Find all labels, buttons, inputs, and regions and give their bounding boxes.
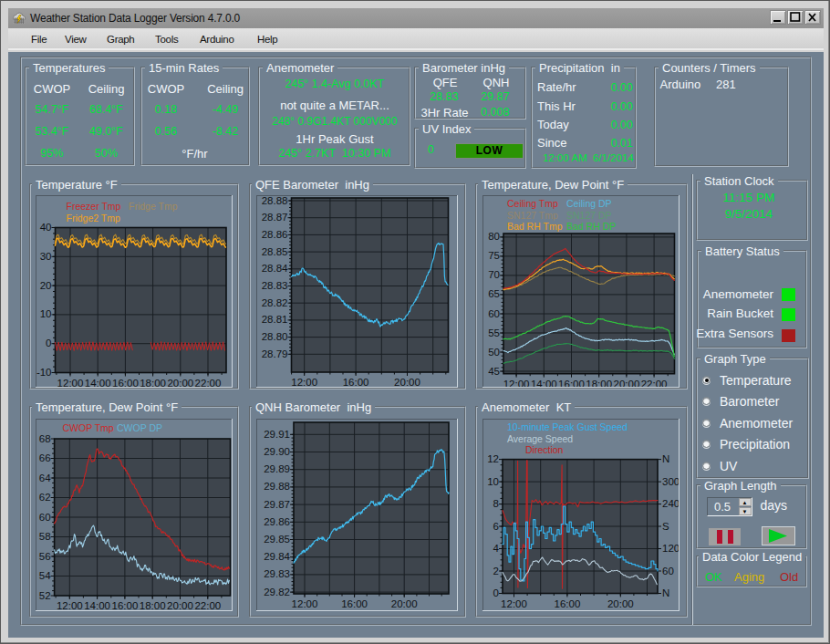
svg-text:45: 45 [488,366,500,377]
svg-text:56: 56 [39,551,51,562]
svg-text:S: S [662,521,669,532]
svg-text:50: 50 [488,347,500,358]
svg-text:12:00: 12:00 [57,600,83,611]
svg-text:20:00: 20:00 [391,598,418,609]
svg-text:18:00: 18:00 [140,378,166,389]
svg-text:28.82: 28.82 [262,297,288,308]
svg-text:Average Speed: Average Speed [507,433,573,444]
svg-text:0: 0 [493,587,499,598]
svg-text:16:00: 16:00 [112,600,139,611]
svg-text:4: 4 [493,543,500,554]
svg-text:16:00: 16:00 [343,377,369,388]
svg-text:22:00: 22:00 [195,378,222,389]
svg-text:29.87: 29.87 [264,499,290,510]
svg-text:300: 300 [662,476,680,487]
svg-text:60: 60 [662,566,674,576]
svg-text:N: N [662,587,669,598]
svg-text:SN127 Tmp: SN127 Tmp [507,210,558,221]
svg-text:14:00: 14:00 [85,378,111,389]
svg-text:60: 60 [488,308,500,319]
svg-text:40: 40 [40,222,52,233]
svg-text:28.84: 28.84 [262,263,288,274]
svg-text:0: 0 [46,338,51,348]
svg-text:10: 10 [487,476,499,487]
svg-text:29.84: 29.84 [264,551,290,562]
svg-text:6: 6 [493,521,499,532]
svg-text:Fridge2 Tmp: Fridge2 Tmp [67,213,120,223]
svg-text:12: 12 [487,453,499,464]
svg-text:240: 240 [662,498,680,509]
svg-text:Ceiling DP: Ceiling DP [566,198,612,209]
svg-text:20:00: 20:00 [394,377,420,388]
svg-text:SN127 DP: SN127 DP [566,210,612,221]
svg-text:20:00: 20:00 [167,600,193,611]
svg-text:Fridge Tmp: Fridge Tmp [129,201,178,212]
svg-text:8: 8 [493,498,499,509]
svg-text:CWOP Tmp: CWOP Tmp [63,422,114,433]
svg-text:16:00: 16:00 [341,598,368,609]
svg-text:28.85: 28.85 [262,246,288,257]
svg-text:16:00: 16:00 [555,598,581,609]
svg-text:28.80: 28.80 [262,331,288,342]
svg-text:120: 120 [662,543,680,554]
svg-text:18:00: 18:00 [586,379,612,388]
svg-text:52: 52 [39,590,51,601]
svg-text:12:00: 12:00 [503,379,530,388]
svg-text:Bad RH DP: Bad RH DP [566,221,616,232]
svg-text:10: 10 [40,308,52,319]
svg-text:70: 70 [488,269,500,280]
svg-text:64: 64 [39,473,51,483]
svg-text:28.83: 28.83 [262,280,288,291]
svg-text:29.89: 29.89 [264,463,290,474]
svg-text:20:00: 20:00 [167,378,193,389]
svg-text:29.91: 29.91 [264,429,290,440]
svg-text:28.81: 28.81 [262,314,288,325]
svg-text:29.86: 29.86 [264,516,290,527]
svg-text:10-minute Peak Gust Speed: 10-minute Peak Gust Speed [507,421,628,432]
svg-text:16:00: 16:00 [112,378,139,389]
svg-text:12:00: 12:00 [501,598,527,609]
svg-text:29.83: 29.83 [264,568,290,579]
svg-text:20:00: 20:00 [607,598,634,609]
svg-text:29.85: 29.85 [264,534,290,545]
svg-text:58: 58 [39,531,51,542]
svg-text:CWOP DP: CWOP DP [117,422,162,433]
svg-text:2: 2 [493,566,499,576]
svg-text:12:00: 12:00 [292,598,318,609]
svg-text:55: 55 [488,327,500,338]
svg-text:12:00: 12:00 [291,377,317,388]
svg-text:Direction: Direction [525,444,564,455]
svg-text:30: 30 [40,251,52,262]
svg-text:22:00: 22:00 [194,600,221,611]
svg-text:62: 62 [39,492,51,503]
svg-text:18:00: 18:00 [140,600,166,611]
svg-text:20:00: 20:00 [614,379,640,388]
svg-text:-10: -10 [36,367,52,378]
svg-text:75: 75 [488,250,500,261]
svg-text:60: 60 [39,512,51,523]
svg-text:Ceiling Tmp: Ceiling Tmp [507,198,558,209]
svg-text:28.79: 28.79 [262,348,288,359]
svg-text:N: N [662,453,669,464]
svg-text:22:00: 22:00 [641,379,668,388]
svg-text:68: 68 [39,433,51,444]
svg-text:14:00: 14:00 [531,379,557,388]
svg-text:29.82: 29.82 [264,587,290,597]
svg-text:28.87: 28.87 [262,212,288,223]
svg-text:80: 80 [488,231,500,242]
svg-text:12:00: 12:00 [57,378,84,389]
svg-text:14:00: 14:00 [84,600,110,611]
svg-text:29.90: 29.90 [264,446,290,457]
svg-text:54: 54 [39,570,51,581]
svg-text:28.88: 28.88 [262,195,288,206]
svg-text:Freezer Tmp: Freezer Tmp [67,201,121,212]
svg-text:Bad RH Tmp: Bad RH Tmp [507,221,563,232]
svg-text:20: 20 [40,280,52,291]
svg-text:66: 66 [39,452,51,463]
svg-text:65: 65 [488,288,500,299]
svg-text:28.86: 28.86 [262,229,288,240]
svg-text:29.88: 29.88 [264,481,290,492]
svg-text:16:00: 16:00 [558,379,585,388]
